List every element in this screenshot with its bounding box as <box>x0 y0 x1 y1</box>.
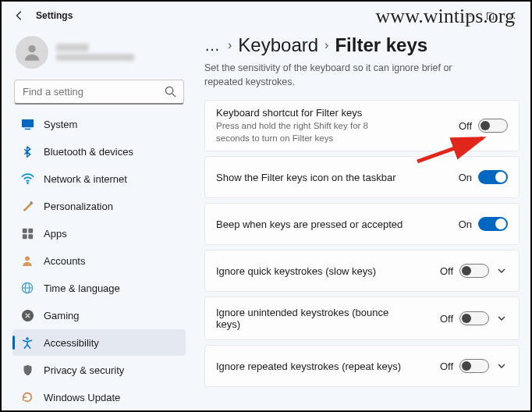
titlebar: Settings <box>2 2 530 30</box>
toggle-taskbar-icon[interactable] <box>478 170 508 184</box>
sidebar-item-label: Network & internet <box>44 173 127 185</box>
sidebar-item-accounts[interactable]: Accounts <box>12 247 186 274</box>
sidebar-item-label: Bluetooth & devices <box>44 146 133 158</box>
card-title: Beep when keys are pressed or accepted <box>216 218 403 230</box>
sidebar-item-personalization[interactable]: Personalization <box>12 193 186 219</box>
chevron-right-icon: › <box>228 38 232 52</box>
shield-icon <box>20 363 34 377</box>
expand-repeat-keys[interactable] <box>495 360 508 372</box>
account-name-redacted <box>56 44 134 61</box>
settings-window: www.wintips.org Settings <box>0 0 532 412</box>
card-title: Ignore repeated keystrokes (repeat keys) <box>216 360 401 372</box>
sidebar-item-windows-update[interactable]: Windows Update <box>12 384 186 410</box>
sidebar-item-label: Accounts <box>44 255 85 267</box>
card-title: Ignore unintended keystrokes (bounce key… <box>216 307 403 330</box>
sidebar-item-label: Apps <box>44 228 67 240</box>
card-title: Show the Filter keys icon on the taskbar <box>216 172 396 183</box>
expand-bounce-keys[interactable] <box>495 312 508 325</box>
svg-point-2 <box>28 45 35 52</box>
sidebar-item-accessibility[interactable]: Accessibility <box>12 329 186 356</box>
search-icon <box>165 86 176 98</box>
toggle-bounce-keys[interactable] <box>459 311 489 325</box>
toggle-state: Off <box>440 313 453 325</box>
sidebar-item-system[interactable]: System <box>12 111 186 137</box>
toggle-state: Off <box>459 120 472 132</box>
bluetooth-icon <box>20 144 34 158</box>
back-button[interactable] <box>14 10 25 21</box>
sidebar-item-label: Accessibility <box>44 337 99 349</box>
sidebar-item-bluetooth[interactable]: Bluetooth & devices <box>12 138 186 165</box>
toggle-state: On <box>459 218 472 230</box>
svg-rect-5 <box>21 119 33 126</box>
paintbrush-icon <box>20 199 34 213</box>
chevron-right-icon: › <box>325 38 328 52</box>
svg-point-18 <box>26 337 29 340</box>
svg-rect-11 <box>22 234 27 239</box>
update-icon <box>20 390 34 404</box>
svg-line-4 <box>172 94 176 97</box>
sidebar-item-apps[interactable]: Apps <box>12 220 186 247</box>
maximize-button[interactable] <box>479 5 501 27</box>
accessibility-icon <box>20 336 34 350</box>
sidebar-item-label: System <box>44 119 77 130</box>
svg-rect-9 <box>22 228 27 233</box>
toggle-slow-keys[interactable] <box>459 264 489 278</box>
toggle-repeat-keys[interactable] <box>459 359 489 373</box>
toggle-state: Off <box>440 360 453 372</box>
svg-rect-1 <box>487 12 493 19</box>
svg-rect-10 <box>28 228 33 233</box>
gaming-icon <box>20 308 34 322</box>
breadcrumb-current: Filter keys <box>335 34 427 56</box>
expand-slow-keys[interactable] <box>495 265 508 277</box>
window-title: Settings <box>36 10 73 21</box>
sidebar-item-label: Gaming <box>44 310 80 321</box>
sidebar-item-gaming[interactable]: Gaming <box>12 302 186 329</box>
toggle-state: Off <box>440 265 453 277</box>
minimize-button[interactable] <box>457 5 479 27</box>
sidebar-item-label: Windows Update <box>44 392 120 403</box>
search-box[interactable] <box>14 80 184 105</box>
card-slow-keys[interactable]: Ignore quick keystrokes (slow keys) Off <box>204 250 520 292</box>
accounts-icon <box>20 254 34 268</box>
card-bounce-keys[interactable]: Ignore unintended keystrokes (bounce key… <box>204 297 520 340</box>
page-description: Set the sensitivity of the keyboard so i… <box>204 61 493 89</box>
sidebar-item-label: Personalization <box>44 201 113 212</box>
close-button[interactable] <box>501 5 523 27</box>
card-title: Ignore quick keystrokes (slow keys) <box>216 265 376 277</box>
card-taskbar-icon[interactable]: Show the Filter keys icon on the taskbar… <box>204 156 520 198</box>
svg-point-13 <box>25 256 30 261</box>
system-icon <box>20 117 34 131</box>
card-beep[interactable]: Beep when keys are pressed or accepted O… <box>204 203 520 245</box>
toggle-state: On <box>459 172 472 183</box>
svg-rect-12 <box>28 234 33 239</box>
breadcrumb-overflow[interactable]: … <box>204 37 222 55</box>
toggle-beep[interactable] <box>478 217 508 231</box>
svg-point-3 <box>165 87 172 94</box>
sidebar-item-network[interactable]: Network & internet <box>12 165 186 192</box>
card-title: Keyboard shortcut for Filter keys <box>216 107 403 119</box>
wifi-icon <box>20 172 34 186</box>
search-input[interactable] <box>14 80 184 105</box>
svg-point-7 <box>27 182 29 184</box>
breadcrumb-keyboard[interactable]: Keyboard <box>238 34 318 56</box>
sidebar-item-label: Privacy & security <box>44 364 124 376</box>
card-keyboard-shortcut[interactable]: Keyboard shortcut for Filter keys Press … <box>204 100 520 151</box>
sidebar-item-time-language[interactable]: Time & language <box>12 275 186 301</box>
svg-rect-6 <box>24 128 30 129</box>
card-subtitle: Press and hold the right Shift key for 8… <box>216 120 403 144</box>
account-header[interactable] <box>12 33 186 80</box>
breadcrumb: … › Keyboard › Filter keys <box>204 34 520 56</box>
sidebar-item-privacy[interactable]: Privacy & security <box>12 357 186 383</box>
card-repeat-keys[interactable]: Ignore repeated keystrokes (repeat keys)… <box>204 345 520 387</box>
sidebar-item-label: Time & language <box>44 282 120 294</box>
main-content: … › Keyboard › Filter keys Set the sensi… <box>193 30 530 412</box>
sidebar: System Bluetooth & devices Network & int… <box>2 30 193 412</box>
avatar <box>16 36 48 69</box>
globe-icon <box>20 281 34 295</box>
nav-list: System Bluetooth & devices Network & int… <box>12 111 186 410</box>
apps-icon <box>20 226 34 240</box>
toggle-filter-shortcut[interactable] <box>478 119 508 133</box>
